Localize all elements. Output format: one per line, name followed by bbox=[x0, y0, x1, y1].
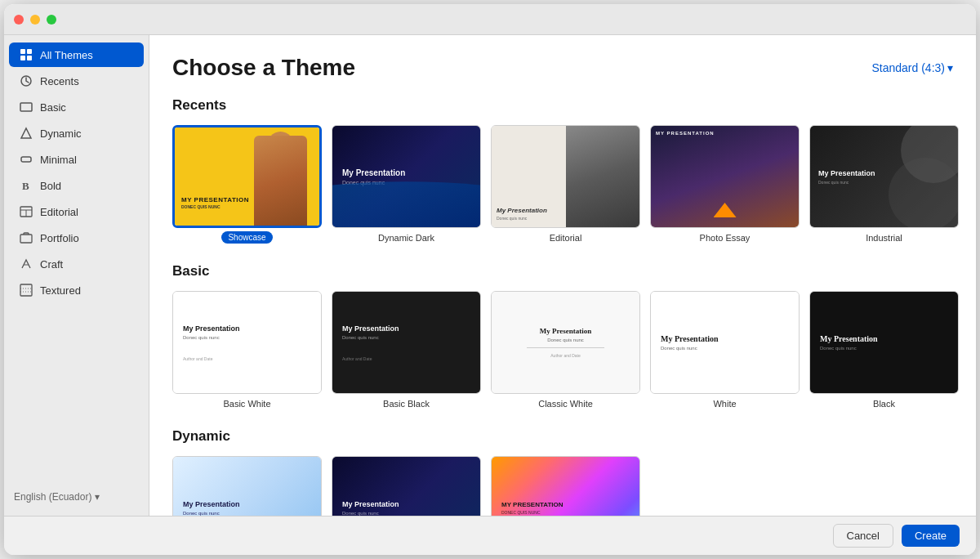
svg-rect-0 bbox=[20, 49, 25, 54]
white-label: White bbox=[713, 399, 736, 409]
svg-marker-6 bbox=[21, 128, 31, 138]
all-themes-icon bbox=[19, 47, 33, 62]
photo-essay-thumbnail: MY PRESENTATION bbox=[650, 125, 800, 228]
sidebar: All Themes Recents Basic bbox=[4, 35, 149, 516]
recents-grid: MY PRESENTATION DONEC QUIS NUNC Showcase… bbox=[172, 125, 953, 244]
sidebar-item-portfolio[interactable]: Portfolio bbox=[9, 226, 144, 250]
basic-black-thumbnail: My Presentation Donec quis nunc Author a… bbox=[332, 291, 481, 394]
theme-card-showcase[interactable]: MY PRESENTATION DONEC QUIS NUNC Showcase bbox=[172, 125, 322, 244]
titlebar bbox=[4, 4, 976, 35]
sidebar-item-editorial-label: Editorial bbox=[40, 206, 78, 218]
sidebar-item-minimal[interactable]: Minimal bbox=[9, 147, 144, 172]
language-label: English (Ecuador) bbox=[14, 491, 91, 503]
theme-card-editorial[interactable]: My Presentation Donec quis nunc Editoria… bbox=[491, 125, 640, 244]
sidebar-item-craft[interactable]: Craft bbox=[9, 252, 144, 276]
portfolio-icon bbox=[19, 230, 33, 245]
industrial-thumbnail: My Presentation Donec quis nunc bbox=[809, 125, 959, 228]
textured-icon bbox=[19, 283, 33, 297]
classic-white-thumbnail: My Presentation Donec quis nunc Author a… bbox=[491, 291, 640, 394]
dynamic-dark2-thumbnail: My Presentation Donec quis nunc bbox=[332, 456, 481, 516]
bold-icon: B bbox=[19, 178, 33, 193]
theme-card-dynamic-dark2[interactable]: My Presentation Donec quis nunc bbox=[332, 456, 481, 516]
theme-card-black[interactable]: My Presentation Donec quis nunc Black bbox=[809, 291, 959, 409]
theme-card-dynamic-dark[interactable]: My Presentation Donec quis nunc Dynamic … bbox=[332, 125, 481, 244]
page-title: Choose a Theme bbox=[172, 55, 355, 81]
footer: Cancel Create bbox=[4, 516, 976, 555]
minimize-button[interactable] bbox=[30, 15, 40, 25]
showcase-badge: Showcase bbox=[221, 231, 272, 244]
basic-white-label: Basic White bbox=[223, 399, 270, 409]
basic-grid: My Presentation Donec quis nunc Author a… bbox=[172, 291, 953, 409]
basic-black-label: Basic Black bbox=[383, 399, 430, 409]
maximize-button[interactable] bbox=[47, 15, 56, 25]
sidebar-item-dynamic-label: Dynamic bbox=[40, 127, 82, 140]
sidebar-item-textured[interactable]: Textured bbox=[9, 278, 144, 302]
industrial-title: My Presentation bbox=[818, 169, 950, 177]
dynamic-grid: My Presentation Donec quis nunc My Prese… bbox=[172, 456, 953, 516]
language-selector[interactable]: English (Ecuador) ▾ bbox=[4, 485, 149, 509]
cancel-button[interactable]: Cancel bbox=[833, 524, 893, 548]
dynamic-section-header: Dynamic bbox=[172, 428, 953, 445]
editorial-label: Editorial bbox=[550, 233, 582, 243]
dynamic-icon bbox=[19, 126, 33, 141]
black-label: Black bbox=[873, 399, 895, 409]
svg-rect-2 bbox=[20, 56, 25, 60]
aspect-ratio-arrow: ▾ bbox=[947, 61, 953, 74]
sidebar-item-basic[interactable]: Basic bbox=[9, 95, 144, 119]
content-area: All Themes Recents Basic bbox=[4, 35, 976, 516]
recents-section-header: Recents bbox=[172, 97, 953, 114]
minimal-icon bbox=[19, 152, 33, 167]
dynamic-gradient-thumbnail: MY PRESENTATION DONEC QUIS NUNC bbox=[491, 456, 640, 516]
svg-rect-5 bbox=[20, 103, 32, 111]
theme-card-dynamic-gradient[interactable]: MY PRESENTATION DONEC QUIS NUNC bbox=[491, 456, 640, 516]
editorial-icon bbox=[19, 204, 33, 219]
sidebar-item-bold-label: Bold bbox=[40, 180, 61, 192]
sidebar-item-all-themes[interactable]: All Themes bbox=[9, 42, 144, 67]
dynamic-light-thumbnail: My Presentation Donec quis nunc bbox=[172, 456, 322, 516]
create-button[interactable]: Create bbox=[902, 525, 960, 547]
theme-card-photo-essay[interactable]: MY PRESENTATION Photo Essay bbox=[650, 125, 800, 244]
basic-section-header: Basic bbox=[172, 263, 953, 280]
sidebar-item-minimal-label: Minimal bbox=[40, 154, 77, 166]
sidebar-item-portfolio-label: Portfolio bbox=[40, 232, 79, 244]
svg-text:B: B bbox=[22, 180, 29, 192]
theme-card-basic-black[interactable]: My Presentation Donec quis nunc Author a… bbox=[332, 291, 481, 409]
sidebar-item-textured-label: Textured bbox=[40, 284, 81, 297]
industrial-label: Industrial bbox=[866, 233, 902, 243]
traffic-lights bbox=[14, 15, 56, 25]
basic-section: Basic My Presentation Donec quis nunc Au… bbox=[172, 263, 953, 409]
main-header: Choose a Theme Standard (4:3) ▾ bbox=[172, 55, 953, 81]
basic-white-thumbnail: My Presentation Donec quis nunc Author a… bbox=[172, 291, 322, 394]
white-thumbnail: My Presentation Donec quis nunc bbox=[650, 291, 800, 394]
theme-card-classic-white[interactable]: My Presentation Donec quis nunc Author a… bbox=[491, 291, 640, 409]
svg-rect-12 bbox=[20, 235, 32, 243]
editorial-thumbnail: My Presentation Donec quis nunc bbox=[491, 125, 640, 228]
sidebar-item-editorial[interactable]: Editorial bbox=[9, 199, 144, 224]
sidebar-item-recents-label: Recents bbox=[40, 75, 79, 87]
svg-rect-14 bbox=[20, 284, 32, 296]
dynamic-section: Dynamic My Presentation Donec quis nunc bbox=[172, 428, 953, 516]
aspect-ratio-selector[interactable]: Standard (4:3) ▾ bbox=[872, 61, 954, 74]
theme-card-basic-white[interactable]: My Presentation Donec quis nunc Author a… bbox=[172, 291, 322, 409]
svg-rect-1 bbox=[27, 49, 32, 54]
theme-card-white[interactable]: My Presentation Donec quis nunc White bbox=[650, 291, 800, 409]
main-window: All Themes Recents Basic bbox=[4, 4, 976, 555]
theme-card-dynamic-light[interactable]: My Presentation Donec quis nunc bbox=[172, 456, 322, 516]
craft-icon bbox=[19, 257, 33, 271]
sidebar-item-dynamic[interactable]: Dynamic bbox=[9, 121, 144, 145]
sidebar-item-recents[interactable]: Recents bbox=[9, 69, 144, 93]
basic-icon bbox=[19, 100, 33, 114]
theme-card-industrial[interactable]: My Presentation Donec quis nunc Industri… bbox=[809, 125, 959, 244]
recents-icon bbox=[19, 74, 33, 88]
dynamic-dark-label: Dynamic Dark bbox=[378, 233, 434, 243]
close-button[interactable] bbox=[14, 15, 24, 25]
classic-white-label: Classic White bbox=[538, 399, 593, 409]
sidebar-item-bold[interactable]: B Bold bbox=[9, 173, 144, 198]
photo-essay-label: Photo Essay bbox=[700, 233, 751, 243]
dynamic-dark-title: My Presentation bbox=[342, 168, 470, 177]
svg-rect-3 bbox=[27, 56, 32, 60]
dynamic-dark-thumbnail: My Presentation Donec quis nunc bbox=[332, 125, 481, 228]
recents-section: Recents MY PRESENTATION DONEC QUIS NU bbox=[172, 97, 953, 244]
black-thumbnail: My Presentation Donec quis nunc bbox=[809, 291, 959, 394]
main-content: Choose a Theme Standard (4:3) ▾ Recents bbox=[149, 35, 976, 516]
